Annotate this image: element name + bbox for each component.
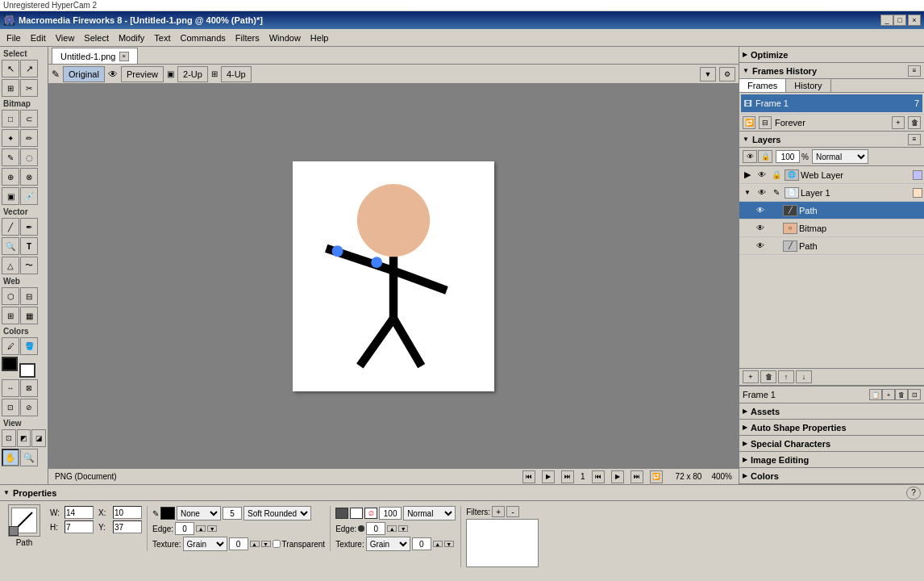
layers-header[interactable]: ▼ Layers ≡ — [739, 132, 924, 148]
playback-loop[interactable]: 🔁 — [650, 470, 663, 483]
preview2-tool[interactable]: ◪ — [31, 429, 46, 447]
doc-close-btn[interactable]: × — [119, 52, 129, 61]
prop-texture-select[interactable]: Grain — [183, 537, 227, 551]
playback-first[interactable]: ⏮ — [522, 470, 535, 483]
frame-bottom-btn4[interactable]: ⊡ — [908, 389, 921, 400]
properties-help-btn[interactable]: ? — [906, 487, 921, 499]
menu-select[interactable]: Select — [79, 31, 114, 44]
menu-commands[interactable]: Commands — [176, 31, 231, 44]
path-selected-row[interactable]: 👁 ╱ Path — [739, 202, 924, 219]
app-close[interactable]: × — [908, 15, 921, 26]
zoom-tool[interactable]: 🔍 — [2, 237, 19, 255]
playback-play2[interactable]: ▶ — [611, 470, 624, 483]
fill-tool[interactable]: ▣ — [2, 187, 19, 205]
prop-edge2-down[interactable]: ▼ — [207, 525, 217, 532]
layer1-vis[interactable]: 👁 — [755, 186, 768, 199]
layer-icon-1[interactable]: 👁 — [743, 150, 757, 163]
layer1-row[interactable]: ▼ 👁 ✎ 📄 Layer 1 — [739, 184, 924, 202]
blur-tool[interactable]: ◌ — [20, 148, 38, 166]
line-tool[interactable]: ╱ — [2, 218, 19, 236]
paint-tool[interactable]: ✏ — [20, 129, 38, 147]
prop-del-filter-btn[interactable]: - — [506, 506, 519, 517]
prop-add-filter-btn[interactable]: + — [492, 506, 505, 517]
prop-edge2-input[interactable] — [175, 522, 194, 535]
add-layer-btn[interactable]: + — [743, 370, 759, 383]
blend-mode-select[interactable]: Normal — [812, 149, 868, 164]
swap-colors-tool[interactable]: ↔ — [2, 379, 19, 397]
stroke-color-tool[interactable]: 🖊 — [2, 337, 19, 355]
menu-window[interactable]: Window — [264, 31, 306, 44]
subselect-tool[interactable]: ↗ — [20, 60, 38, 77]
lasso-tool[interactable]: ⊂ — [20, 110, 38, 127]
eyedrop-tool[interactable]: 💉 — [20, 187, 38, 205]
prop-fill-edge-up[interactable]: ▲ — [387, 525, 397, 532]
prop-x-input[interactable] — [113, 506, 142, 519]
prop-y-input[interactable] — [113, 520, 142, 533]
prop-fill-edge-dn[interactable]: ▼ — [398, 525, 408, 532]
layer-icon-2[interactable]: 🔒 — [758, 150, 772, 163]
del-layer-btn[interactable]: 🗑 — [760, 370, 776, 383]
prop-fill-texture-select[interactable]: Grain — [366, 537, 410, 551]
prop-texture-val[interactable] — [229, 537, 248, 550]
original-view-btn[interactable]: Original — [63, 66, 105, 82]
zoom-view-tool[interactable]: 🔍 — [20, 449, 38, 466]
prop-fill-texture-up[interactable]: ▲ — [433, 541, 443, 547]
web-layer-vis[interactable]: 👁 — [755, 169, 768, 182]
frame-bottom-btn1[interactable]: 📋 — [869, 389, 882, 400]
layers-options-btn[interactable]: ≡ — [908, 134, 921, 145]
four-up-btn[interactable]: 4-Up — [221, 66, 252, 82]
web-layer-row[interactable]: ▶ 👁 🔒 🌐 Web Layer — [739, 166, 924, 184]
layer1-toggle[interactable]: ▼ — [741, 186, 754, 199]
path2-vis[interactable]: 👁 — [754, 240, 767, 253]
two-up-btn[interactable]: 2-Up — [177, 66, 208, 82]
slice-tool[interactable]: ⊟ — [20, 287, 38, 305]
frames-tab[interactable]: Frames — [739, 79, 786, 92]
prop-blend-select[interactable]: Normal — [403, 506, 456, 520]
view-option-btn[interactable]: ▼ — [700, 67, 716, 82]
layer1-edit[interactable]: ✎ — [770, 186, 783, 199]
menu-help[interactable]: Help — [306, 31, 334, 44]
bitmap-lock[interactable] — [768, 222, 781, 235]
path2-lock[interactable] — [768, 240, 781, 253]
prop-stroke-select[interactable]: None — [177, 506, 221, 520]
stroke-swatch[interactable] — [2, 357, 18, 371]
prop-w-input[interactable] — [65, 506, 94, 519]
none-tool[interactable]: ⊘ — [20, 399, 38, 416]
layer-down-btn[interactable]: ↓ — [796, 370, 812, 383]
prop-fill-color2[interactable] — [350, 508, 363, 519]
frames-options-btn[interactable]: ≡ — [908, 65, 921, 77]
colors-section-header[interactable]: ▶ Colors — [739, 468, 924, 484]
menu-view[interactable]: View — [51, 31, 80, 44]
menu-modify[interactable]: Modify — [114, 31, 149, 44]
shape-tool[interactable]: △ — [2, 257, 19, 274]
fullscreen-tool[interactable]: ⊡ — [2, 429, 16, 447]
add-frame-btn[interactable]: + — [892, 116, 905, 129]
freeform-tool[interactable]: 〜 — [20, 257, 38, 274]
view-settings-btn[interactable]: ⚙ — [719, 67, 735, 82]
bitmap-vis[interactable]: 👁 — [754, 222, 767, 235]
pen-tool[interactable]: ✒ — [20, 218, 38, 236]
playback-last2[interactable]: ⏭ — [631, 470, 643, 483]
clone-tool[interactable]: ⊕ — [2, 168, 19, 186]
app-minimize[interactable]: _ — [880, 15, 893, 26]
menu-filters[interactable]: Filters — [231, 31, 264, 44]
prop-fill-edge-input[interactable] — [366, 522, 385, 535]
assets-section-header[interactable]: ▶ Assets — [739, 403, 924, 420]
path-vis[interactable]: 👁 — [754, 204, 767, 217]
layer-up-btn[interactable]: ↑ — [778, 370, 794, 383]
prop-texture-down[interactable]: ▼ — [261, 541, 271, 547]
hotspot-tool[interactable]: ⬡ — [2, 287, 19, 305]
playback-last[interactable]: ⏭ — [561, 470, 574, 483]
default-colors-tool[interactable]: ⊠ — [20, 379, 38, 397]
roleover-tool[interactable]: ▦ — [20, 307, 38, 324]
hide-sel-tool[interactable]: ⊡ — [2, 399, 19, 416]
erase-tool[interactable]: ⊗ — [20, 168, 38, 186]
prop-h-input[interactable] — [65, 520, 94, 533]
fill-color-tool[interactable]: 🪣 — [20, 337, 38, 355]
frame-bottom-btn2[interactable]: + — [882, 389, 895, 400]
path-lock[interactable] — [768, 204, 781, 217]
text-tool[interactable]: T — [20, 237, 38, 255]
prop-edge2-up[interactable]: ▲ — [196, 525, 206, 532]
prop-fill-texture-val[interactable] — [412, 537, 431, 550]
menu-edit[interactable]: Edit — [26, 31, 51, 44]
